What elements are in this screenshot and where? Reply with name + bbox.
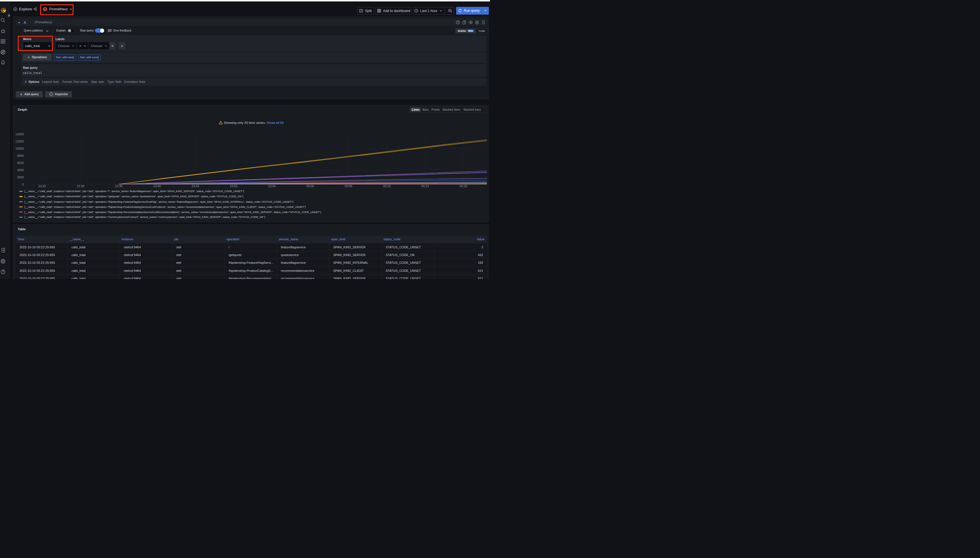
svg-text:23:55: 23:55: [268, 184, 276, 188]
svg-text:23:25: 23:25: [38, 184, 46, 188]
svg-text:23:45: 23:45: [192, 184, 199, 188]
svg-text:00:15: 00:15: [421, 184, 429, 188]
svg-text:6000: 6000: [17, 161, 24, 164]
svg-text:0: 0: [22, 183, 24, 186]
svg-text:23:40: 23:40: [153, 184, 161, 188]
svg-text:23:50: 23:50: [230, 184, 237, 188]
svg-text:10000: 10000: [15, 147, 24, 150]
svg-text:8000: 8000: [17, 154, 24, 158]
svg-text:00:10: 00:10: [383, 184, 390, 188]
svg-text:00:00: 00:00: [306, 184, 314, 188]
svg-text:2000: 2000: [17, 176, 24, 179]
svg-text:00:20: 00:20: [460, 184, 467, 188]
svg-text:23:35: 23:35: [115, 184, 123, 188]
svg-text:12000: 12000: [15, 140, 24, 143]
svg-text:14000: 14000: [15, 133, 24, 136]
svg-text:00:05: 00:05: [345, 184, 352, 188]
svg-text:23:30: 23:30: [77, 184, 84, 188]
svg-text:4000: 4000: [17, 168, 24, 172]
